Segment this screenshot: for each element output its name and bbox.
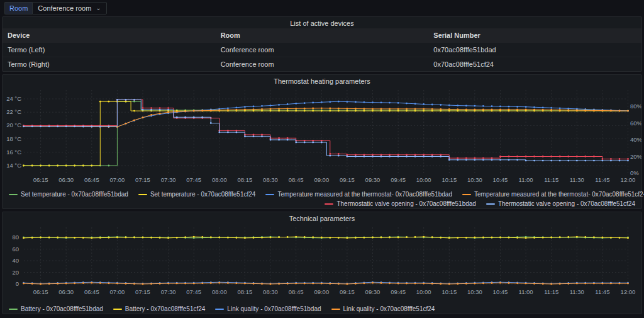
svg-text:07:45: 07:45 — [186, 288, 201, 295]
data-point — [448, 237, 450, 239]
data-point — [150, 237, 152, 239]
panel-title[interactable]: Technical parameters — [3, 212, 641, 224]
data-point — [278, 104, 280, 106]
legend-item[interactable]: Link quality - 0x70ac08fffe51bdad — [215, 305, 321, 313]
data-point — [602, 283, 604, 285]
data-point — [201, 236, 203, 238]
legend-item[interactable]: Link quality - 0x70ac08fffe51cf24 — [331, 305, 435, 313]
data-point — [364, 101, 365, 103]
legend-item[interactable]: Set temperature - 0x70ac08fffe51bdad — [9, 190, 128, 198]
legend-item[interactable]: Temperature measured at the thermostat- … — [265, 190, 452, 198]
svg-text:09:15: 09:15 — [340, 288, 355, 295]
data-point — [253, 106, 255, 108]
data-point — [23, 237, 25, 239]
heating-chart[interactable]: 06:1506:3006:4507:0007:1507:3007:4508:00… — [3, 86, 641, 190]
data-point — [516, 106, 518, 108]
data-point — [423, 110, 425, 112]
data-point — [40, 125, 42, 127]
legend-series-label: Thermostatic valve opening - 0x70ac08fff… — [498, 200, 635, 208]
data-point — [414, 156, 416, 157]
data-point — [380, 156, 382, 157]
data-point — [278, 139, 280, 141]
svg-text:06:45: 06:45 — [84, 288, 99, 295]
data-point — [406, 156, 408, 157]
data-point — [457, 110, 458, 112]
data-point — [431, 283, 433, 285]
data-point — [329, 155, 331, 157]
data-point — [389, 110, 391, 112]
legend-item[interactable]: Temperature measured at the thermostat- … — [462, 190, 644, 198]
panel-title[interactable]: List of active devices — [3, 17, 641, 28]
data-point — [389, 237, 391, 239]
data-point — [406, 154, 408, 156]
data-point — [176, 237, 178, 239]
legend-item[interactable]: Set temperature - 0x70ac08fffe51cf24 — [138, 190, 256, 198]
data-point — [516, 237, 518, 239]
data-point — [619, 110, 621, 112]
column-header-room[interactable]: Room — [216, 28, 429, 43]
data-point — [150, 114, 152, 116]
variable-label[interactable]: Room — [4, 2, 32, 14]
column-header-serial[interactable]: Serial Number — [428, 28, 641, 43]
data-point — [304, 102, 306, 104]
data-point — [482, 109, 484, 111]
data-point — [65, 165, 67, 167]
data-point — [40, 237, 42, 239]
data-point — [516, 159, 518, 161]
data-point — [193, 116, 195, 118]
data-point — [355, 110, 357, 112]
data-point — [261, 105, 263, 107]
legend-item[interactable]: Battery - 0x70ac08fffe51bdad — [9, 305, 103, 313]
legend-item[interactable]: Thermostatic valve opening - 0x70ac08fff… — [486, 200, 635, 208]
data-point — [91, 165, 92, 167]
legend-series-label: Set temperature - 0x70ac08fffe51cf24 — [150, 190, 256, 198]
data-point — [133, 283, 135, 285]
data-point — [159, 107, 161, 109]
table-cell: Conference room — [216, 57, 429, 72]
legend-series-label: Temperature measured at the thermostat- … — [277, 190, 452, 198]
variable-dropdown[interactable]: Conference room ⌄ — [32, 2, 106, 14]
data-point — [295, 110, 297, 112]
data-point — [576, 283, 578, 285]
svg-text:11:15: 11:15 — [544, 176, 558, 183]
legend-item[interactable]: Thermostatic valve opening - 0x70ac08fff… — [325, 200, 475, 208]
column-header-device[interactable]: Device — [3, 28, 216, 43]
data-point — [619, 158, 621, 160]
data-point — [270, 108, 272, 110]
data-point — [57, 165, 58, 167]
data-point — [584, 110, 586, 111]
data-point — [48, 283, 50, 285]
data-point — [227, 109, 229, 111]
data-point — [48, 165, 50, 167]
data-point — [201, 110, 203, 111]
data-point — [440, 110, 441, 112]
data-point — [99, 282, 101, 284]
data-point — [193, 283, 195, 285]
svg-text:08:45: 08:45 — [289, 176, 304, 183]
panel-title[interactable]: Thermostat heating parameters — [3, 75, 641, 86]
data-point — [457, 159, 458, 161]
technical-chart[interactable]: 06:1506:3006:4507:0007:1507:3007:4508:00… — [3, 224, 641, 304]
data-point — [65, 283, 67, 285]
svg-text:09:45: 09:45 — [391, 176, 406, 183]
legend-series-swatch — [9, 194, 18, 195]
data-point — [125, 237, 127, 239]
svg-text:11:15: 11:15 — [544, 288, 558, 295]
data-point — [567, 156, 569, 157]
data-point — [65, 237, 67, 239]
data-point — [31, 125, 33, 127]
data-point — [329, 283, 331, 285]
data-point — [295, 236, 297, 238]
svg-text:0%: 0% — [630, 169, 639, 176]
data-point — [380, 108, 382, 110]
data-point — [125, 123, 127, 125]
data-point — [499, 109, 501, 111]
legend-item[interactable]: Battery - 0x70ac08fffe51cf24 — [113, 305, 206, 313]
svg-text:0: 0 — [16, 280, 19, 287]
data-point — [423, 236, 425, 238]
heating-legend-row-1: Set temperature - 0x70ac08fffe51bdadSet … — [3, 190, 641, 199]
data-point — [82, 237, 84, 239]
data-point — [329, 110, 331, 112]
data-point — [465, 108, 467, 110]
data-point — [440, 154, 441, 156]
